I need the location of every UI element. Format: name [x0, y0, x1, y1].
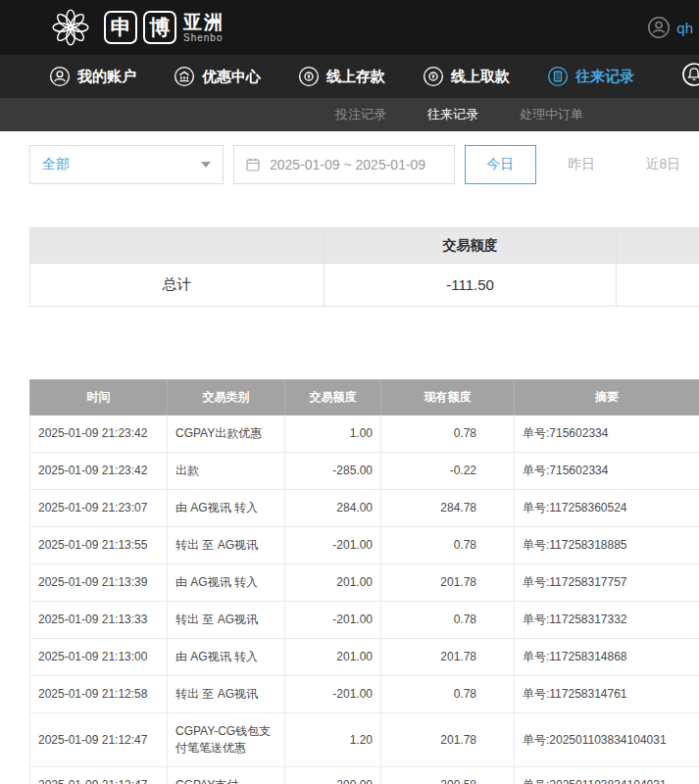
cell-note: 单号:202501103834104031	[515, 767, 699, 784]
type-filter-select[interactable]: 全部	[29, 145, 224, 184]
column-header-type: 交易类别	[168, 380, 285, 416]
cell-balance: 0.78	[381, 602, 515, 639]
column-header-balance: 现有额度	[381, 380, 515, 416]
brand-logo[interactable]: 申 博 亚洲 Shenbo	[49, 6, 225, 49]
cell-type: 由 AG视讯 转入	[168, 639, 285, 676]
cell-note: 单号:715602334	[515, 416, 699, 453]
logo-text: 亚洲 Shenbo	[183, 13, 225, 43]
nav-item-withdraw[interactable]: 线上取款	[423, 66, 510, 87]
cell-time: 2025-01-09 21:13:33	[30, 602, 168, 639]
summary-table: 交易额度 总计 -111.50	[29, 227, 699, 307]
table-row: 2025-01-09 21:13:55 转出 至 AG视讯 -201.00 0.…	[30, 527, 699, 564]
cell-time: 2025-01-09 21:23:42	[30, 453, 168, 490]
bell-icon	[681, 62, 699, 87]
nav-item-promotions[interactable]: 优惠中心	[174, 66, 261, 87]
tab-transaction-records[interactable]: 往来记录	[427, 106, 478, 123]
cell-time: 2025-01-09 21:12:47	[30, 767, 168, 784]
table-row: 2025-01-09 21:23:42 出款 -285.00 -0.22 单号:…	[30, 453, 699, 490]
cell-type: CGPAY出款优惠	[168, 416, 285, 453]
cell-time: 2025-01-09 21:13:55	[30, 527, 168, 564]
cell-time: 2025-01-09 21:23:07	[30, 490, 168, 527]
table-row: 2025-01-09 21:12:47 CGPAY支付 200.00 200.5…	[30, 767, 699, 784]
summary-total-row: 总计 -111.50	[30, 264, 699, 307]
page: 申 博 亚洲 Shenbo qh	[0, 0, 699, 784]
summary-empty-cell	[617, 264, 699, 307]
flower-logo-icon	[49, 6, 92, 49]
chevron-down-icon	[201, 162, 211, 168]
record-subtabs: 投注记录 往来记录 处理中订单	[0, 98, 699, 131]
cell-balance: 201.78	[381, 564, 515, 602]
nav-item-records[interactable]: 往来记录	[547, 66, 634, 87]
today-button[interactable]: 今日	[465, 145, 536, 184]
cell-amount: -201.00	[285, 527, 381, 564]
summary-header-empty	[617, 228, 699, 264]
logo-char-bo: 博	[143, 11, 176, 44]
cell-type: CGPAY支付	[168, 767, 285, 784]
cell-time: 2025-01-09 21:13:39	[30, 564, 168, 602]
cell-balance: 0.78	[381, 676, 515, 713]
top-header: 申 博 亚洲 Shenbo qh	[0, 0, 699, 55]
cell-amount: 201.00	[285, 639, 381, 676]
user-account-area[interactable]: qh	[647, 16, 693, 39]
nav-label: 优惠中心	[202, 68, 261, 86]
cell-balance: 284.78	[381, 490, 515, 527]
transactions-table: 时间 交易类别 交易额度 现有额度 摘要 2025-01-09 21:23:42…	[29, 379, 699, 784]
table-row: 2025-01-09 21:13:00 由 AG视讯 转入 201.00 201…	[30, 639, 699, 676]
nav-label: 线上取款	[451, 68, 510, 86]
cell-amount: 1.20	[285, 713, 381, 767]
logo-region: 亚洲	[183, 13, 225, 31]
records-icon	[547, 66, 569, 87]
column-header-time: 时间	[30, 380, 168, 416]
cell-amount: 284.00	[285, 490, 381, 527]
cell-note: 单号:117258317332	[515, 602, 699, 639]
tab-bet-records[interactable]: 投注记录	[335, 106, 386, 123]
date-range-value: 2025-01-09 ~ 2025-01-09	[270, 157, 425, 172]
cell-amount: -285.00	[285, 453, 381, 490]
notifications-button[interactable]	[681, 62, 699, 91]
cell-note: 单号:117258314868	[515, 639, 699, 676]
deposit-icon	[298, 66, 320, 87]
account-icon	[49, 66, 71, 87]
cell-time: 2025-01-09 21:13:00	[30, 639, 168, 676]
cell-time: 2025-01-09 21:12:47	[30, 713, 168, 767]
table-row: 2025-01-09 21:12:47 CGPAY-CG钱包支付笔笔送优惠 1.…	[30, 713, 699, 767]
cell-note: 单号:715602334	[515, 453, 699, 490]
cell-balance: 201.78	[381, 713, 515, 767]
withdraw-icon	[423, 66, 444, 87]
cell-type: CGPAY-CG钱包支付笔笔送优惠	[168, 713, 285, 767]
cell-time: 2025-01-09 21:23:42	[30, 416, 168, 453]
column-header-amount: 交易额度	[285, 380, 381, 416]
summary-header-row: 交易额度	[30, 228, 699, 264]
type-filter-value: 全部	[42, 156, 70, 173]
nav-item-deposit[interactable]: 线上存款	[298, 66, 385, 87]
calendar-icon	[244, 156, 262, 173]
transactions-table-header: 时间 交易类别 交易额度 现有额度 摘要	[30, 380, 699, 416]
cell-balance: -0.22	[381, 453, 515, 490]
yesterday-button[interactable]: 昨日	[546, 145, 618, 184]
cell-time: 2025-01-09 21:12:58	[30, 676, 168, 713]
table-row: 2025-01-09 21:13:39 由 AG视讯 转入 201.00 201…	[30, 564, 699, 602]
date-range-input[interactable]: 2025-01-09 ~ 2025-01-09	[233, 145, 455, 184]
summary-total-value: -111.50	[325, 264, 617, 307]
cell-balance: 201.78	[381, 639, 515, 676]
last-8-days-button[interactable]: 近8日	[627, 145, 699, 184]
cell-note: 单号:117258360524	[515, 490, 699, 527]
cell-balance: 0.78	[381, 416, 515, 453]
cell-type: 转出 至 AG视讯	[168, 602, 285, 639]
cell-amount: 1.00	[285, 416, 381, 453]
cell-note: 单号:117258314761	[515, 676, 699, 713]
cell-note: 单号:117258318885	[515, 527, 699, 564]
cell-note: 单号:117258317757	[515, 564, 699, 602]
cell-balance: 200.58	[381, 767, 515, 784]
username-text[interactable]: qh	[676, 20, 693, 36]
logo-char-shen: 申	[104, 11, 137, 44]
nav-label: 线上存款	[326, 68, 385, 86]
tab-pending-orders[interactable]: 处理中订单	[520, 106, 583, 123]
cell-type: 转出 至 AG视讯	[168, 527, 285, 564]
user-avatar-icon	[647, 16, 671, 39]
logo-english: Shenbo	[183, 33, 225, 43]
nav-item-my-account[interactable]: 我的账户	[49, 66, 136, 87]
cell-amount: -201.00	[285, 602, 381, 639]
promo-center-icon	[174, 66, 195, 87]
main-navigation: 我的账户 优惠中心 线上存款	[0, 55, 699, 98]
